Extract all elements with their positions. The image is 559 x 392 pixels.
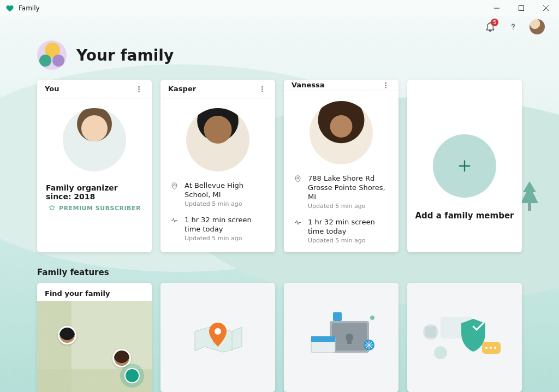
member-avatar — [186, 108, 249, 171]
map-avatar-kasper — [58, 326, 76, 345]
location-icon — [293, 174, 302, 210]
feature-content[interactable] — [407, 283, 522, 392]
family-logo-icon — [37, 40, 67, 70]
feature-location[interactable] — [160, 283, 275, 392]
help-button[interactable] — [507, 20, 520, 33]
app-icon — [5, 4, 14, 13]
features-section-title: Family features — [0, 252, 559, 283]
account-avatar[interactable] — [530, 19, 545, 34]
member-card-kasper[interactable]: Kasper ⋮ At Bellevue High School, MI Upd… — [160, 80, 275, 252]
svg-point-3 — [296, 177, 298, 179]
svg-rect-16 — [425, 326, 436, 337]
member-location: At Bellevue High School, MI Updated 5 mi… — [185, 181, 266, 208]
member-avatar — [310, 101, 373, 164]
map-preview — [37, 301, 152, 392]
member-avatar — [63, 108, 126, 171]
member-name: You — [45, 85, 59, 93]
svg-rect-8 — [347, 337, 352, 344]
app-title: Family — [19, 4, 40, 12]
feature-illustration — [407, 283, 522, 392]
svg-rect-12 — [333, 312, 342, 321]
feature-find-family[interactable]: Find your family — [37, 283, 152, 392]
member-screen-time: 1 hr 32 min screen time today Updated 5 … — [185, 216, 266, 242]
window-maximize-button[interactable] — [509, 0, 533, 16]
notification-badge: 5 — [491, 19, 498, 26]
member-location: 788 Lake Shore Rd Grosse Pointe Shores, … — [308, 174, 390, 210]
svg-rect-1 — [519, 6, 524, 11]
window-titlebar: Family — [0, 0, 559, 16]
feature-title: Find your family — [37, 283, 152, 301]
feature-safety[interactable] — [284, 283, 399, 392]
add-member-label: Add a family member — [415, 211, 514, 221]
svg-point-18 — [485, 347, 487, 349]
notifications-button[interactable]: 5 — [484, 20, 497, 33]
member-menu-button[interactable]: ⋮ — [134, 85, 144, 93]
map-avatar-vanessa — [112, 349, 131, 367]
member-menu-button[interactable]: ⋮ — [258, 85, 267, 93]
member-name: Vanessa — [292, 81, 324, 89]
map-avatar-you — [124, 368, 140, 383]
page-title: Your family — [76, 46, 174, 64]
svg-point-2 — [173, 185, 175, 186]
premium-badge: PREMIUM SUBSCRIBER — [48, 204, 141, 212]
svg-point-21 — [434, 346, 447, 359]
window-minimize-button[interactable] — [484, 0, 509, 16]
svg-point-20 — [494, 347, 496, 349]
svg-point-13 — [370, 316, 374, 320]
member-role: Family organizer since: 2018 — [46, 183, 143, 201]
add-member-icon — [433, 134, 496, 198]
svg-point-4 — [215, 328, 221, 335]
location-icon — [169, 181, 179, 208]
member-menu-button[interactable]: ⋮ — [381, 81, 391, 90]
member-card-you[interactable]: You ⋮ Family organizer since: 2018 PREMI… — [37, 80, 152, 252]
activity-icon — [169, 216, 179, 242]
member-name: Kasper — [168, 85, 196, 93]
member-card-vanessa[interactable]: Vanessa ⋮ 788 Lake Shore Rd Grosse Point… — [284, 80, 399, 252]
feature-illustration — [160, 283, 275, 392]
feature-illustration — [284, 283, 399, 392]
add-member-card[interactable]: Add a family member — [407, 80, 522, 252]
premium-icon — [48, 204, 56, 212]
member-screen-time: 1 hr 32 min screen time today Updated 5 … — [308, 218, 390, 245]
svg-point-19 — [490, 347, 492, 349]
window-close-button[interactable] — [533, 0, 558, 16]
svg-rect-10 — [311, 336, 335, 342]
activity-icon — [293, 218, 302, 245]
